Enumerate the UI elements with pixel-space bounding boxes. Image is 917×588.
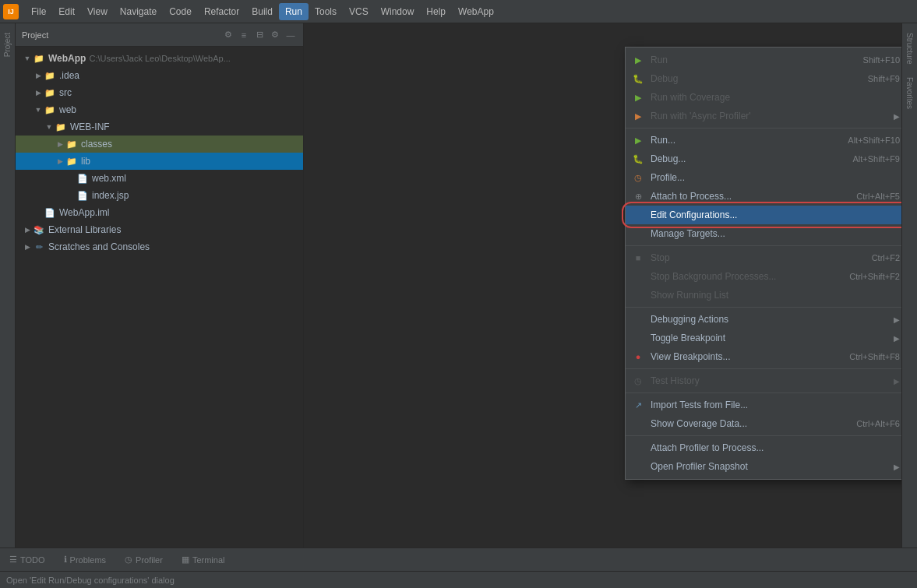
structure-label[interactable]: Structure (904, 26, 915, 71)
menu-run-item[interactable]: ▶ Run Shift+F10 (626, 51, 901, 69)
run-dots-label: Run... (651, 135, 835, 146)
tab-todo[interactable]: ☰ TODO (6, 553, 48, 566)
menu-test-history-item[interactable]: ◷ Test History ▶ (626, 371, 901, 390)
tree-item-idea[interactable]: ▶ 📁 .idea (16, 67, 303, 84)
scratches-label: Scratches and Consoles (48, 241, 150, 252)
settings-icon[interactable]: ⚙ (269, 29, 281, 41)
menu-debug-dots-item[interactable]: 🐛 Debug... Alt+Shift+F9 (626, 150, 901, 168)
test-history-icon: ◷ (632, 375, 644, 387)
expand-arrow-lib[interactable]: ▶ (55, 156, 65, 167)
test-history-arrow: ▶ (894, 377, 900, 386)
dropdown-overlay[interactable]: ▶ Run Shift+F10 🐛 Debug Shift+F9 ▶ Run w… (304, 47, 901, 548)
tab-terminal[interactable]: ▦ Terminal (178, 553, 228, 566)
tab-problems[interactable]: ℹ Problems (61, 553, 109, 566)
menu-open-profiler-item[interactable]: Open Profiler Snapshot ▶ (626, 457, 901, 476)
debug-dots-icon: 🐛 (632, 153, 644, 165)
menu-edit[interactable]: Edit (52, 3, 81, 20)
menu-code[interactable]: Code (163, 3, 198, 20)
tree-item-scratches[interactable]: ▶ ✏ Scratches and Consoles (16, 238, 303, 255)
menu-run-async-item[interactable]: ▶ Run with 'Async Profiler' ▶ (626, 107, 901, 125)
stop-label: Stop (651, 252, 859, 263)
menu-import-tests-item[interactable]: ↗ Import Tests from File... (626, 396, 901, 414)
webapp-project-icon: 📁 (33, 52, 45, 65)
idea-label: .idea (59, 70, 79, 81)
tree-item-webapp[interactable]: ▼ 📁 WebApp C:\Users\Jack Leo\Desktop\Web… (16, 50, 303, 67)
menu-debug-actions-item[interactable]: Debugging Actions ▶ (626, 310, 901, 329)
tree-item-lib[interactable]: ▶ 📁 lib (16, 153, 303, 170)
tree-item-webinf[interactable]: ▼ 📁 WEB-INF (16, 118, 303, 136)
toggle-bp-label: Toggle Breakpoint (651, 333, 891, 343)
tree-item-webxml[interactable]: 📄 web.xml (16, 170, 303, 187)
menu-webapp[interactable]: WebApp (452, 3, 500, 20)
menu-attach-profiler-item[interactable]: Attach Profiler to Process... (626, 438, 901, 457)
menu-view-bp-item[interactable]: ● View Breakpoints... Ctrl+Shift+F8 (626, 347, 901, 366)
tree-item-src[interactable]: ▶ 📁 src (16, 84, 303, 101)
menu-tools[interactable]: Tools (309, 3, 343, 20)
expand-arrow-webinf[interactable]: ▼ (44, 121, 55, 132)
expand-arrow-extlibs[interactable]: ▶ (22, 224, 33, 235)
menu-coverage-data-item[interactable]: Show Coverage Data... Ctrl+Alt+F6 (626, 414, 901, 433)
expand-arrow-web[interactable]: ▼ (33, 104, 44, 115)
collapse-icon[interactable]: ⊟ (253, 29, 266, 41)
menu-vcs[interactable]: VCS (343, 3, 375, 20)
view-bp-shortcut: Ctrl+Shift+F8 (849, 352, 900, 361)
expand-arrow-scratches[interactable]: ▶ (22, 241, 33, 252)
project-sidebar-label[interactable]: Project (2, 26, 13, 63)
tree-item-external-libs[interactable]: ▶ 📚 External Libraries (16, 221, 303, 238)
menu-manage-targets-item[interactable]: Manage Targets... (626, 224, 901, 243)
attach-profiler-label: Attach Profiler to Process... (651, 442, 900, 453)
attach-icon: ⊕ (632, 190, 644, 202)
view-bp-label: View Breakpoints... (651, 351, 837, 362)
menu-help[interactable]: Help (420, 3, 452, 20)
expand-arrow-classes[interactable]: ▶ (55, 139, 65, 150)
sep4 (626, 368, 901, 369)
menu-toggle-bp-item[interactable]: Toggle Breakpoint ▶ (626, 329, 901, 347)
menu-window[interactable]: Window (375, 3, 421, 20)
minimize-icon[interactable]: — (284, 29, 297, 41)
tree-item-webappiml[interactable]: 📄 WebApp.iml (16, 204, 303, 221)
tree-item-web[interactable]: ▼ 📁 web (16, 101, 303, 118)
menu-stop-item[interactable]: ■ Stop Ctrl+F2 (626, 248, 901, 267)
menu-file[interactable]: File (25, 3, 52, 20)
tree-item-classes[interactable]: ▶ 📁 classes (16, 136, 303, 153)
problems-icon: ℹ (64, 555, 67, 565)
run-coverage-icon: ▶ (632, 91, 644, 104)
tab-profiler[interactable]: ◷ Profiler (122, 553, 166, 566)
list-icon[interactable]: ≡ (238, 29, 250, 41)
expand-arrow-idea[interactable]: ▶ (33, 70, 44, 81)
expand-arrow-webapp[interactable]: ▼ (22, 53, 33, 64)
sync-icon[interactable]: ⚙ (222, 29, 235, 41)
menu-refactor[interactable]: Refactor (198, 3, 245, 20)
stop-icon: ■ (632, 252, 644, 264)
status-bar: Open 'Edit Run/Debug configurations' dia… (0, 571, 917, 588)
menu-edit-config-item[interactable]: Edit Configurations... (626, 206, 901, 224)
stop-bg-label: Stop Background Processes... (651, 271, 837, 282)
left-sidebar-icons: Project (0, 23, 16, 548)
expand-arrow-src[interactable]: ▶ (33, 87, 44, 98)
menu-run-coverage-item[interactable]: ▶ Run with Coverage (626, 88, 901, 107)
favorites-label[interactable]: Favorites (904, 71, 915, 115)
menu-run[interactable]: Run (279, 3, 309, 20)
menu-view[interactable]: View (81, 3, 114, 20)
debug-dots-label: Debug... (651, 153, 840, 164)
menu-build[interactable]: Build (245, 3, 279, 20)
scratches-icon: ✏ (33, 241, 45, 253)
project-tree: ▼ 📁 WebApp C:\Users\Jack Leo\Desktop\Web… (16, 47, 303, 548)
menu-run-dots-item[interactable]: ▶ Run... Alt+Shift+F10 (626, 131, 901, 150)
indexjsp-file-icon: 📄 (76, 189, 89, 202)
webapp-label: WebApp (48, 53, 86, 64)
src-folder-icon: 📁 (44, 86, 56, 99)
menu-stop-bg-item[interactable]: Stop Background Processes... Ctrl+Shift+… (626, 267, 901, 286)
menu-debug-item[interactable]: 🐛 Debug Shift+F9 (626, 69, 901, 88)
profiler-label: Profiler (136, 555, 163, 565)
menu-navigate[interactable]: Navigate (114, 3, 163, 20)
indexjsp-label: index.jsp (92, 190, 129, 201)
debug-actions-arrow: ▶ (894, 315, 900, 324)
menu-attach-item[interactable]: ⊕ Attach to Process... Ctrl+Alt+F5 (626, 187, 901, 206)
menu-show-running-item[interactable]: Show Running List (626, 286, 901, 305)
menubar: IJ File Edit View Navigate Code Refactor… (0, 0, 917, 23)
webappiml-label: WebApp.iml (59, 207, 109, 218)
sep5 (626, 393, 901, 393)
menu-profile-item[interactable]: ◷ Profile... (626, 168, 901, 187)
tree-item-indexjsp[interactable]: 📄 index.jsp (16, 187, 303, 204)
